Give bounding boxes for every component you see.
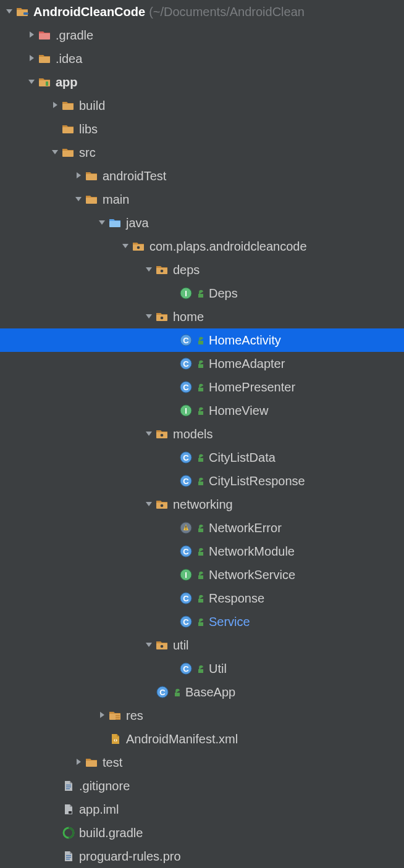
- item-label: proguard-rules.pro: [77, 845, 181, 868]
- item-label-open: Service: [206, 610, 250, 633]
- tree-row[interactable]: app.iml: [0, 798, 404, 821]
- tree-row[interactable]: libs: [0, 117, 404, 141]
- item-label: res: [124, 704, 143, 727]
- chevron-right-icon[interactable]: [49, 101, 61, 109]
- vcs-lock-icon: [194, 617, 206, 627]
- chevron-down-icon[interactable]: [143, 265, 154, 273]
- tree-row-app[interactable]: app: [0, 70, 404, 94]
- tree-row[interactable]: deps: [0, 258, 404, 282]
- item-label: main: [100, 188, 129, 211]
- tree-row[interactable]: util: [0, 633, 404, 657]
- tree-row[interactable]: src: [0, 141, 404, 164]
- chevron-down-icon[interactable]: [96, 218, 107, 227]
- chevron-right-icon[interactable]: [96, 711, 107, 719]
- vcs-lock-icon: [194, 382, 206, 392]
- item-label: Util: [206, 657, 227, 680]
- tree-row[interactable]: NetworkError: [0, 516, 404, 540]
- vcs-lock-icon: [194, 593, 206, 603]
- tree-row[interactable]: build.gradle: [0, 821, 404, 845]
- tree-row[interactable]: HomeView: [0, 399, 404, 422]
- item-label: java: [124, 211, 149, 235]
- item-label: test: [100, 751, 122, 774]
- interface-icon: [178, 569, 194, 581]
- tree-row[interactable]: HomeAdapter: [0, 352, 404, 375]
- resource-folder-icon: [107, 709, 124, 722]
- module-folder-icon: [37, 76, 53, 88]
- package-folder-icon: [154, 498, 170, 511]
- class-icon: [154, 686, 170, 698]
- package-folder-icon: [154, 311, 170, 323]
- tree-row[interactable]: .idea: [0, 47, 404, 70]
- item-label: libs: [77, 117, 98, 141]
- chevron-down-icon[interactable]: [73, 194, 84, 203]
- tree-row[interactable]: .gradle: [0, 23, 404, 47]
- tree-row-selected[interactable]: HomeActivity: [0, 328, 404, 352]
- class-icon: [178, 592, 194, 604]
- tree-row[interactable]: res: [0, 704, 404, 727]
- item-label: NetworkService: [206, 563, 295, 586]
- folder-icon: [61, 123, 77, 135]
- tree-row[interactable]: build: [0, 94, 404, 117]
- item-label: NetworkModule: [206, 540, 295, 563]
- item-label: HomeAdapter: [206, 352, 285, 375]
- item-label: models: [170, 422, 213, 446]
- tree-row[interactable]: CityListResponse: [0, 469, 404, 493]
- tree-row[interactable]: BaseApp: [0, 680, 404, 704]
- chevron-right-icon[interactable]: [26, 54, 37, 62]
- tree-row[interactable]: Response: [0, 586, 404, 610]
- vcs-lock-icon: [194, 570, 206, 580]
- tree-row[interactable]: Deps: [0, 282, 404, 305]
- folder-icon: [84, 193, 100, 206]
- tree-row[interactable]: java: [0, 211, 404, 235]
- item-label: NetworkError: [206, 516, 282, 540]
- tree-row[interactable]: Service: [0, 610, 404, 633]
- chevron-down-icon[interactable]: [26, 77, 37, 86]
- tree-row[interactable]: home: [0, 305, 404, 328]
- chevron-down-icon[interactable]: [49, 148, 61, 156]
- chevron-down-icon[interactable]: [143, 429, 154, 438]
- vcs-lock-icon: [194, 406, 206, 415]
- tree-row[interactable]: androidTest: [0, 164, 404, 188]
- root-path-suffix: (~/Documents/AndroidClean: [145, 0, 305, 23]
- tree-row[interactable]: .gitignore: [0, 774, 404, 798]
- tree-row-root[interactable]: AndroidCleanCode (~/Documents/AndroidCle…: [0, 0, 404, 23]
- tree-row[interactable]: CityListData: [0, 446, 404, 469]
- tree-row[interactable]: com.plaps.androidcleancode: [0, 235, 404, 258]
- chevron-right-icon[interactable]: [73, 171, 84, 180]
- chevron-down-icon[interactable]: [4, 7, 15, 15]
- gradle-file-icon: [61, 827, 77, 839]
- item-label: app.iml: [77, 798, 119, 821]
- chevron-down-icon[interactable]: [143, 312, 154, 320]
- project-tree: AndroidCleanCode (~/Documents/AndroidCle…: [0, 0, 404, 868]
- package-folder-icon: [154, 428, 170, 440]
- class-icon: [178, 662, 194, 675]
- vcs-lock-icon: [194, 453, 206, 462]
- tree-row[interactable]: HomePresenter: [0, 375, 404, 399]
- tree-row[interactable]: Util: [0, 657, 404, 680]
- package-folder-icon: [154, 264, 170, 276]
- chevron-right-icon[interactable]: [73, 757, 84, 766]
- chevron-right-icon[interactable]: [26, 30, 37, 39]
- tree-row[interactable]: NetworkModule: [0, 540, 404, 563]
- interface-icon: [178, 287, 194, 299]
- chevron-down-icon[interactable]: [143, 640, 154, 649]
- tree-row[interactable]: AndroidManifest.xml: [0, 727, 404, 751]
- tree-row[interactable]: test: [0, 751, 404, 774]
- item-label: networking: [170, 493, 233, 516]
- excluded-folder-icon: [37, 29, 53, 41]
- tree-row[interactable]: main: [0, 188, 404, 211]
- chevron-down-icon[interactable]: [143, 499, 154, 508]
- item-label: HomePresenter: [206, 375, 295, 399]
- vcs-lock-icon: [194, 288, 206, 298]
- class-icon: [178, 545, 194, 557]
- text-file-icon: [61, 850, 77, 862]
- class-icon: [178, 616, 194, 628]
- class-icon: [178, 381, 194, 393]
- chevron-down-icon[interactable]: [120, 241, 131, 250]
- xml-file-icon: [107, 733, 124, 745]
- tree-row[interactable]: models: [0, 422, 404, 446]
- tree-row[interactable]: networking: [0, 493, 404, 516]
- tree-row[interactable]: NetworkService: [0, 563, 404, 586]
- item-label: deps: [170, 258, 200, 282]
- tree-row[interactable]: proguard-rules.pro: [0, 845, 404, 868]
